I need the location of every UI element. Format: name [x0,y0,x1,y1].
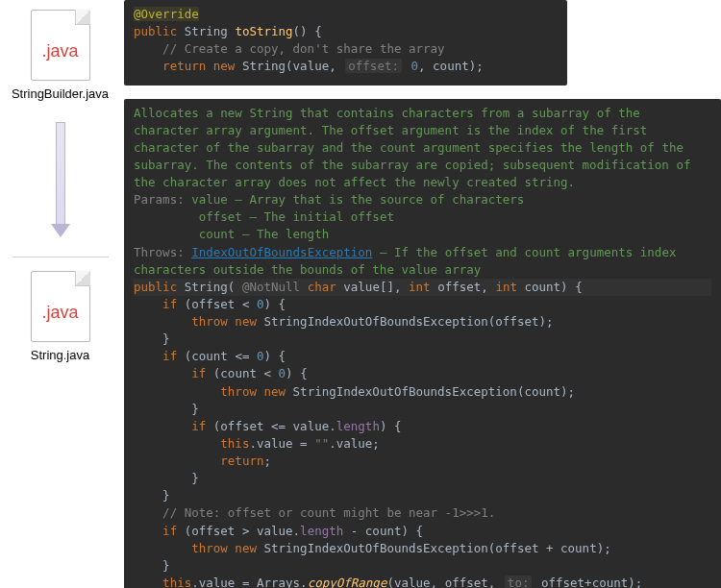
cond: (offset <= value. [206,419,336,433]
javadoc-param-offset: offset – The initial offset [199,209,394,224]
javadoc-throws-key: Throws: [134,245,185,259]
sig-suffix: () { [293,24,322,38]
cond: (offset < [177,297,257,311]
kw-int: int [495,280,517,294]
kw-this: this [220,436,249,451]
exc-arg: (count); [517,384,575,399]
num: 0 [257,297,264,311]
num: 0 [279,366,286,380]
comment: // Create a copy, don't share the array [162,41,445,56]
exc-type: StringIndexOutOfBoundsException [263,541,487,555]
divider [12,257,109,257]
javadoc-throws-exc: IndexOutOfBoundsException [191,245,372,259]
kw-this: this [162,576,191,588]
prop-length: length [300,524,343,538]
args: (value, offset, [386,576,502,588]
file-icon-top: .java [31,10,90,81]
comment-note: // Note: offset or count might be near -… [162,505,495,520]
kw-return: return [162,59,206,73]
kw-if: if [162,349,177,363]
brace-open: ) { [286,366,308,380]
brace-close: } [162,558,170,573]
brace-open: ) { [380,419,402,433]
kw-char: char [308,280,336,294]
type-string: String [185,24,228,38]
assign: .value = [249,436,314,451]
cond: (count < [206,366,278,380]
file-icon-bottom: .java [31,271,90,342]
param-value: value[], [343,280,401,294]
file-caption-top: StringBuilder.java [12,86,109,101]
javadoc-param-count: count – The length [199,227,329,241]
param-hint-to: to: [505,576,533,588]
editor-string[interactable]: Allocates a new String that contains cha… [124,99,721,589]
brace-open: ) { [264,349,286,363]
exc-arg: (offset + count); [488,541,611,555]
editor-stringbuilder[interactable]: @Override public String toString() { // … [124,0,567,86]
kw-if: if [162,297,177,311]
kw-int: int [409,280,431,294]
exc-type: StringIndexOutOfBoundsException [293,384,517,399]
assign: .value = Arrays. [191,576,307,588]
param-offset: offset, [437,280,488,294]
cond: (offset > value. [177,524,300,538]
brace-close: } [191,402,199,416]
args-end: offset+count); [534,576,642,588]
exc-type: StringIndexOutOfBoundsException [263,314,487,329]
file-column: .java StringBuilder.java .java String.ja… [0,0,120,588]
javadoc-param-value: value – Array that is the source of char… [191,192,524,207]
javadoc-params-key: Params: [134,192,185,207]
arg-count: , count); [418,59,484,73]
ctor-string: String [242,59,286,73]
brace-close: } [162,488,170,502]
javadoc-body: Allocates a new String that contains cha… [134,106,698,190]
kw-public: public [134,280,177,294]
num: 0 [257,349,264,363]
semi: ; [263,453,271,468]
annotation-notnull: @NotNull [242,280,300,294]
file-caption-bottom: String.java [31,348,89,362]
kw-throw-new: throw new [191,314,257,329]
kw-throw-new: throw new [191,541,257,555]
exc-arg: (offset); [488,314,554,329]
cond-tail: - count) { [343,524,423,538]
kw-if: if [162,524,177,538]
file-ext-label: .java [31,303,90,323]
kw-if: if [191,366,206,380]
kw-if: if [191,419,206,433]
arrow-down-icon [52,122,69,237]
kw-new: new [213,59,236,73]
dot-value: .value; [329,436,380,451]
ctor-name: String [185,280,228,294]
fn-copyofrange: copyOfRange [308,576,387,588]
param-hint-offset: offset: [345,59,402,73]
arg-value: value, [293,59,336,73]
kw-return: return [220,453,263,468]
brace-open: ) { [264,297,286,311]
annotation-override: @Override [134,7,199,21]
kw-public: public [134,24,177,38]
param-count: count) { [524,280,582,294]
kw-throw-new: throw new [220,384,286,399]
string-empty: "" [314,436,329,451]
brace-close: } [191,471,199,485]
brace-close: } [162,331,170,346]
prop-length: length [336,419,380,433]
file-ext-label: .java [31,41,90,61]
num-zero: 0 [411,59,419,73]
cond: (count <= [177,349,257,363]
method-tostring: toString [235,24,292,38]
